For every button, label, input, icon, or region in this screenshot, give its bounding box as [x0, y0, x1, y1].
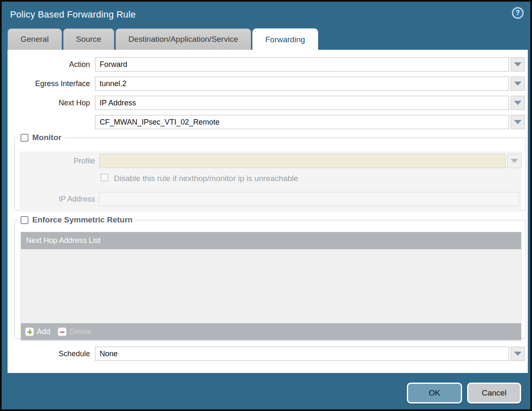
- next-hop-address-table: Next Hop Address List Add Delete: [21, 232, 521, 340]
- chevron-down-icon: [514, 352, 522, 356]
- next-hop-type-dropdown-button[interactable]: [511, 96, 525, 110]
- monitor-legend: Monitor: [18, 133, 64, 142]
- add-button[interactable]: Add: [25, 327, 50, 336]
- forwarding-tab-panel: Action Forward Egress Interface tunnel.2…: [8, 50, 528, 373]
- egress-interface-row: Egress Interface tunnel.2: [8, 77, 528, 91]
- symmetric-return-legend-label: Enforce Symmetric Return: [32, 215, 133, 225]
- plus-icon: [25, 327, 34, 336]
- egress-interface-dropdown-button[interactable]: [511, 77, 525, 91]
- symmetric-return-fieldset: Enforce Symmetric Return Next Hop Addres…: [14, 215, 526, 339]
- action-row: Action Forward: [8, 57, 528, 71]
- next-hop-address-combo[interactable]: CF_MWAN_IPsec_VTI_02_Remote: [95, 115, 509, 129]
- tab-bar: General Source Destination/Application/S…: [8, 28, 318, 50]
- policy-based-forwarding-dialog: Policy Based Forwarding Rule ? General S…: [0, 0, 532, 411]
- delete-button: Delete: [58, 327, 91, 336]
- tab-destination-application-service[interactable]: Destination/Application/Service: [116, 28, 251, 50]
- help-icon[interactable]: ?: [512, 7, 524, 19]
- schedule-combo[interactable]: None: [95, 347, 509, 361]
- chevron-down-icon: [514, 120, 522, 124]
- minus-icon: [58, 327, 67, 336]
- cancel-button[interactable]: Cancel: [467, 383, 521, 403]
- monitor-ip-address-input-disabled: [99, 192, 519, 206]
- next-hop-address-list-body[interactable]: [21, 249, 521, 323]
- profile-label: Profile: [20, 154, 95, 168]
- dialog-title: Policy Based Forwarding Rule: [10, 9, 136, 20]
- schedule-dropdown-button[interactable]: [511, 347, 525, 361]
- profile-dropdown-button-disabled: [507, 154, 522, 168]
- monitor-checkbox[interactable]: [21, 134, 28, 142]
- action-dropdown-button[interactable]: [511, 57, 525, 71]
- next-hop-address-dropdown-button[interactable]: [511, 115, 525, 129]
- chevron-down-icon: [514, 62, 522, 66]
- monitor-panel: Profile Disable this rule if nexthop/mon…: [20, 151, 522, 212]
- chevron-down-icon: [514, 82, 522, 86]
- next-hop-label: Next Hop: [8, 96, 90, 110]
- delete-button-label: Delete: [69, 327, 91, 336]
- egress-interface-label: Egress Interface: [8, 77, 90, 91]
- chevron-down-icon: [514, 101, 522, 105]
- add-button-label: Add: [37, 327, 50, 336]
- tab-source[interactable]: Source: [63, 28, 114, 50]
- next-hop-address-list-toolbar: Add Delete: [21, 323, 521, 340]
- dialog-titlebar: Policy Based Forwarding Rule ?: [2, 2, 530, 28]
- disable-rule-checkbox-label: Disable this rule if nexthop/monitor ip …: [114, 174, 298, 183]
- chevron-down-icon: [511, 159, 518, 163]
- symmetric-return-legend: Enforce Symmetric Return: [18, 215, 135, 225]
- egress-interface-combo[interactable]: tunnel.2: [95, 77, 509, 91]
- action-combo[interactable]: Forward: [95, 57, 509, 71]
- schedule-row: Schedule None: [8, 347, 528, 361]
- tab-forwarding[interactable]: Forwarding: [252, 28, 318, 50]
- monitor-fieldset: Monitor Profile Disable this rule if nex…: [14, 133, 526, 211]
- tab-general[interactable]: General: [8, 28, 62, 50]
- schedule-label: Schedule: [8, 347, 90, 361]
- monitor-ip-address-label: IP Address: [20, 192, 95, 206]
- action-label: Action: [8, 57, 90, 71]
- enforce-symmetric-return-checkbox[interactable]: [21, 216, 28, 224]
- next-hop-row: Next Hop IP Address: [8, 96, 528, 110]
- ok-button[interactable]: OK: [407, 383, 462, 403]
- monitor-legend-label: Monitor: [32, 133, 62, 142]
- disable-rule-checkbox: [100, 174, 108, 181]
- next-hop-type-combo[interactable]: IP Address: [95, 96, 509, 110]
- profile-combo-disabled: [99, 154, 506, 168]
- next-hop-address-row: CF_MWAN_IPsec_VTI_02_Remote: [8, 115, 528, 129]
- next-hop-address-list-header: Next Hop Address List: [21, 232, 521, 249]
